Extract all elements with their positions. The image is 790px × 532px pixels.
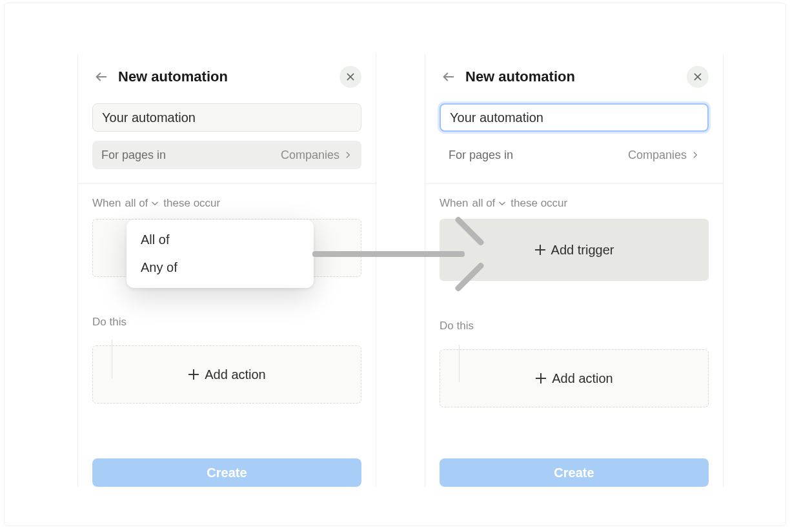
automation-name-input[interactable] [440, 103, 709, 132]
create-button[interactable]: Create [92, 458, 361, 487]
dropdown-option-any-of[interactable]: Any of [127, 254, 314, 281]
arrow-shaft [312, 251, 465, 257]
when-prefix: When [440, 197, 468, 210]
create-button[interactable]: Create [440, 458, 709, 487]
add-action-label: Add action [205, 367, 266, 382]
back-button[interactable] [92, 68, 110, 86]
chevron-down-icon [498, 199, 507, 208]
scope-selector[interactable]: For pages in Companies [440, 141, 709, 169]
when-mode-dropdown: All of Any of [127, 220, 314, 288]
add-action-label: Add action [552, 371, 613, 386]
do-this-label: Do this [92, 316, 361, 329]
scope-value: Companies [628, 148, 700, 162]
chevron-right-icon [691, 150, 700, 159]
when-mode-dropdown-trigger[interactable]: all of [125, 197, 159, 210]
scope-selector[interactable]: For pages in Companies [92, 141, 361, 169]
when-condition-line: When all of these occur [92, 197, 361, 210]
automation-panel-after: New automation For pages in Companies Wh… [425, 54, 724, 487]
transition-arrow [312, 244, 480, 265]
close-button[interactable] [687, 66, 709, 88]
panel-title: New automation [465, 68, 679, 85]
scope-label: For pages in [449, 148, 513, 162]
divider [78, 183, 376, 184]
plus-icon [534, 244, 546, 256]
do-this-label: Do this [440, 320, 709, 332]
plus-icon [188, 369, 199, 380]
scope-value-text: Companies [281, 148, 339, 162]
back-button[interactable] [440, 68, 458, 86]
when-prefix: When [92, 197, 121, 210]
panel-title: New automation [118, 68, 332, 85]
add-action-box[interactable]: Add action [440, 349, 709, 407]
when-suffix: these occur [511, 197, 567, 210]
chevron-right-icon [343, 150, 352, 159]
close-icon [345, 72, 356, 82]
arrow-left-icon [441, 70, 456, 84]
close-button[interactable] [339, 66, 361, 88]
when-mode-text: all of [472, 197, 495, 210]
arrow-left-icon [94, 70, 108, 84]
when-suffix: these occur [163, 197, 220, 210]
close-icon [693, 72, 703, 82]
add-trigger-label: Add trigger [551, 243, 614, 258]
scope-value: Companies [281, 148, 352, 162]
dropdown-option-all-of[interactable]: All of [127, 226, 314, 254]
panel-header: New automation [425, 54, 723, 103]
divider [425, 183, 723, 184]
panel-header: New automation [78, 54, 376, 103]
chevron-down-icon [150, 199, 159, 208]
when-mode-dropdown-trigger[interactable]: all of [472, 197, 507, 210]
scope-label: For pages in [101, 148, 166, 162]
plus-icon [535, 373, 547, 384]
when-condition-line: When all of these occur [440, 197, 709, 210]
add-action-box[interactable]: Add action [92, 345, 361, 404]
flow-connector-line [112, 340, 112, 378]
flow-connector-line [459, 345, 460, 382]
automation-name-input[interactable] [92, 103, 361, 132]
when-mode-text: all of [125, 197, 148, 210]
scope-value-text: Companies [628, 148, 687, 162]
